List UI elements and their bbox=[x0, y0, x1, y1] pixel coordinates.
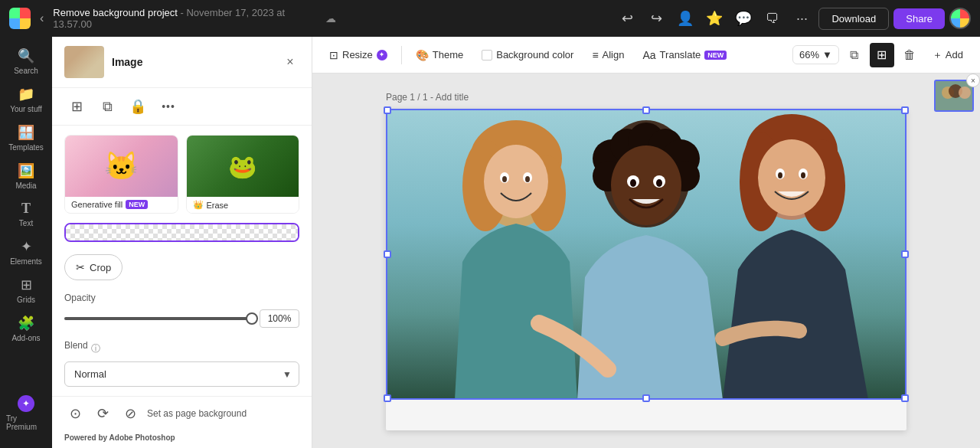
comment-button[interactable]: 🗨 bbox=[760, 6, 785, 31]
sidebar-item-your-stuff-label: Your stuff bbox=[10, 105, 42, 113]
bottom-tool-3[interactable]: ⊘ bbox=[119, 403, 141, 424]
blend-select[interactable]: Normal Multiply Screen Overlay Darken Li… bbox=[64, 361, 299, 387]
handle-middle-left[interactable] bbox=[384, 250, 391, 258]
handle-bottom-center[interactable] bbox=[642, 394, 650, 402]
translate-badge: NEW bbox=[704, 51, 727, 60]
handle-bottom-right[interactable] bbox=[901, 394, 909, 402]
zoom-value: 66% bbox=[799, 49, 819, 60]
sidebar-item-grids[interactable]: ⊞ Grids bbox=[3, 272, 49, 309]
editor-toolbar: ⊡ Resize ✦ 🎨 Theme Background color ≡ Al… bbox=[312, 37, 980, 74]
add-page-button[interactable]: ＋ Add bbox=[925, 44, 971, 66]
crop-icon: ✂ bbox=[76, 261, 85, 273]
generative-fill-preview: 🐱 bbox=[65, 136, 178, 197]
erase-option[interactable]: 🐸 👑 Erase bbox=[186, 135, 300, 214]
user-avatar[interactable] bbox=[949, 8, 971, 29]
canvas-page: ↺ bbox=[386, 109, 906, 430]
sidebar-item-templates-label: Templates bbox=[8, 143, 44, 152]
panel-close-button[interactable]: × bbox=[281, 53, 299, 71]
sidebar-item-add-ons-label: Add-ons bbox=[11, 334, 40, 342]
canvas-container: Page 1 / 1 - Add title bbox=[386, 92, 906, 430]
main-area: 🔍 Search 📁 Your stuff 🪟 Templates 🖼️ Med… bbox=[0, 37, 980, 448]
elements-icon: ✦ bbox=[21, 238, 32, 255]
erase-text: Erase bbox=[207, 201, 229, 210]
panda-emoji: 🐼 bbox=[167, 240, 198, 242]
resize-icon: ⊡ bbox=[329, 49, 338, 61]
translate-button[interactable]: Aa Translate NEW bbox=[635, 45, 734, 65]
editor-area: ⊡ Resize ✦ 🎨 Theme Background color ≡ Al… bbox=[312, 37, 980, 448]
sidebar-item-your-stuff[interactable]: 📁 Your stuff bbox=[3, 81, 49, 118]
topbar: ‹ Remove background project - November 1… bbox=[0, 0, 980, 37]
panel-toolbar: ⊞ ⧉ 🔒 ••• bbox=[52, 88, 312, 126]
templates-icon: 🪟 bbox=[18, 124, 34, 141]
blend-section: Blend ⓘ Normal Multiply Screen Overlay D… bbox=[52, 337, 312, 396]
handle-top-left[interactable] bbox=[384, 106, 391, 114]
set-background-label[interactable]: Set as page background bbox=[147, 408, 247, 419]
svg-point-35 bbox=[959, 87, 971, 99]
bottom-tool-1[interactable]: ⊙ bbox=[64, 403, 86, 424]
try-premium-button[interactable]: ✦ Try Premium bbox=[3, 391, 49, 436]
opacity-thumb[interactable] bbox=[246, 312, 258, 325]
theme-button[interactable]: 🎨 Theme bbox=[408, 45, 471, 65]
opacity-fill bbox=[64, 317, 252, 320]
background-color-button[interactable]: Background color bbox=[474, 45, 581, 64]
opacity-label: Opacity bbox=[64, 293, 299, 303]
media-icon: 🖼️ bbox=[18, 162, 34, 179]
grids-icon: ⊞ bbox=[21, 276, 32, 293]
sidebar-item-add-ons[interactable]: 🧩 Add-ons bbox=[3, 310, 49, 347]
align-button[interactable]: ≡ Align bbox=[584, 45, 632, 65]
app-logo[interactable] bbox=[9, 8, 31, 29]
cloud-save-icon: ☁ bbox=[325, 12, 336, 25]
thumbnail-close-button[interactable]: × bbox=[966, 74, 980, 87]
redo-button[interactable]: ↪ bbox=[644, 6, 668, 31]
grid-view-button[interactable]: ⊞ bbox=[870, 43, 894, 67]
delete-page-button[interactable]: 🗑 bbox=[897, 43, 922, 67]
theme-label: Theme bbox=[433, 49, 463, 60]
generative-fill-option[interactable]: 🐱 Generative fill NEW bbox=[64, 135, 178, 214]
copy-page-button[interactable]: ⧉ bbox=[842, 43, 867, 67]
sidebar-item-search[interactable]: 🔍 Search bbox=[3, 43, 49, 80]
translate-icon: Aa bbox=[642, 49, 655, 61]
erase-label: 👑 Erase bbox=[187, 197, 299, 213]
premium-icon: ✦ bbox=[18, 395, 34, 412]
powered-by: Powered by Adobe Photoshop bbox=[52, 430, 312, 448]
more-button[interactable]: ••• bbox=[156, 94, 181, 119]
blend-info-icon[interactable]: ⓘ bbox=[91, 342, 100, 355]
handle-middle-right[interactable] bbox=[901, 250, 909, 258]
handle-bottom-left[interactable] bbox=[384, 394, 391, 402]
resize-button[interactable]: ⊡ Resize ✦ bbox=[322, 45, 395, 65]
download-button[interactable]: Download bbox=[818, 8, 889, 30]
more-options-button[interactable]: ··· bbox=[789, 6, 814, 31]
star-button[interactable]: ⭐ bbox=[702, 6, 727, 31]
sidebar-item-media-label: Media bbox=[15, 181, 36, 190]
frog-emoji: 🐸 bbox=[228, 153, 256, 180]
pro-badge: ✦ bbox=[377, 50, 387, 60]
crop-section: ✂ Crop bbox=[52, 251, 312, 289]
lock-button[interactable]: 🔒 bbox=[126, 94, 150, 119]
crop-button[interactable]: ✂ Crop bbox=[64, 254, 122, 280]
collaborators-button[interactable]: 👤 bbox=[673, 6, 697, 31]
remove-bg-preview: 🐼 bbox=[66, 224, 298, 242]
sidebar-item-templates[interactable]: 🪟 Templates bbox=[3, 119, 49, 156]
bg-color-swatch bbox=[482, 50, 492, 60]
opacity-value[interactable]: 100% bbox=[260, 309, 299, 328]
handle-top-right[interactable] bbox=[901, 106, 909, 114]
opacity-slider[interactable] bbox=[64, 317, 252, 320]
align-label: Align bbox=[603, 49, 625, 60]
try-premium-label: Try Premium bbox=[6, 414, 46, 431]
undo-button[interactable]: ↩ bbox=[615, 6, 639, 31]
duplicate-button[interactable]: ⧉ bbox=[95, 94, 119, 119]
sidebar-item-text[interactable]: T Text bbox=[3, 196, 49, 232]
remove-background-card[interactable]: 🐼 Remove background bbox=[64, 223, 299, 242]
group-button[interactable]: ⊞ bbox=[64, 94, 89, 119]
sidebar-item-media[interactable]: 🖼️ Media bbox=[3, 158, 49, 195]
blend-info: Blend ⓘ bbox=[64, 340, 299, 357]
bottom-tool-2[interactable]: ⟳ bbox=[92, 403, 113, 424]
share-button[interactable]: Share bbox=[893, 8, 945, 29]
handle-top-center[interactable] bbox=[642, 106, 650, 114]
chat-button[interactable]: 💬 bbox=[731, 6, 756, 31]
zoom-control[interactable]: 66% ▼ bbox=[792, 45, 839, 64]
back-button[interactable]: ‹ bbox=[37, 8, 47, 28]
crown-icon: 👑 bbox=[193, 200, 204, 210]
page-label[interactable]: Page 1 / 1 - Add title bbox=[386, 92, 469, 103]
sidebar-item-elements[interactable]: ✦ Elements bbox=[3, 234, 49, 270]
